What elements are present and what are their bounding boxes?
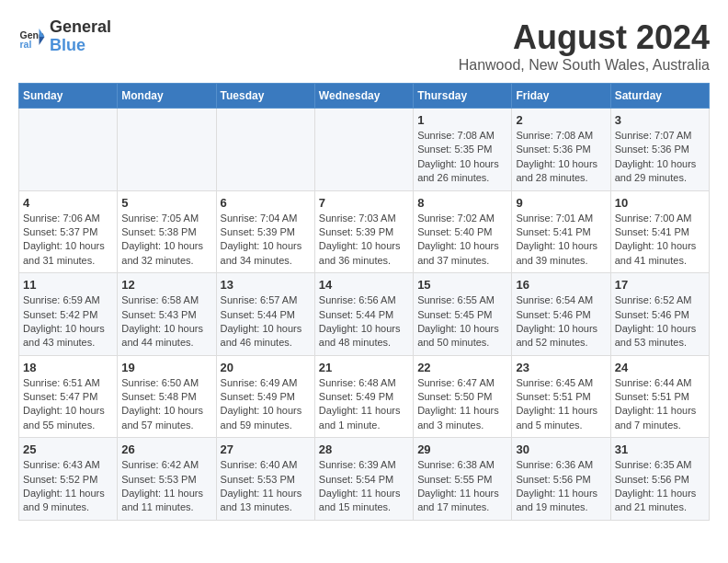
calendar-cell: 18Sunrise: 6:51 AM Sunset: 5:47 PM Dayli… xyxy=(19,355,118,438)
day-info: Sunrise: 6:55 AM Sunset: 5:45 PM Dayligh… xyxy=(417,293,507,350)
day-number: 28 xyxy=(319,442,409,456)
calendar-cell: 2Sunrise: 7:08 AM Sunset: 5:36 PM Daylig… xyxy=(512,109,610,191)
day-number: 30 xyxy=(516,442,606,456)
day-info: Sunrise: 6:38 AM Sunset: 5:55 PM Dayligh… xyxy=(417,458,507,515)
day-number: 17 xyxy=(615,278,705,292)
day-info: Sunrise: 6:40 AM Sunset: 5:53 PM Dayligh… xyxy=(221,458,311,515)
day-info: Sunrise: 7:00 AM Sunset: 5:41 PM Dayligh… xyxy=(615,212,705,269)
logo: Gene ral General Blue xyxy=(18,18,111,55)
calendar-cell: 26Sunrise: 6:42 AM Sunset: 5:53 PM Dayli… xyxy=(118,438,216,521)
calendar-cell: 14Sunrise: 6:56 AM Sunset: 5:44 PM Dayli… xyxy=(314,273,413,356)
day-number: 8 xyxy=(417,196,507,210)
logo-text-line2: Blue xyxy=(50,37,111,55)
calendar-cell: 21Sunrise: 6:48 AM Sunset: 5:49 PM Dayli… xyxy=(314,355,413,438)
svg-text:ral: ral xyxy=(20,39,32,50)
calendar-cell: 1Sunrise: 7:08 AM Sunset: 5:35 PM Daylig… xyxy=(414,109,512,191)
day-info: Sunrise: 6:43 AM Sunset: 5:52 PM Dayligh… xyxy=(23,458,113,515)
calendar-cell: 8Sunrise: 7:02 AM Sunset: 5:40 PM Daylig… xyxy=(414,190,512,273)
day-info: Sunrise: 6:56 AM Sunset: 5:44 PM Dayligh… xyxy=(319,293,409,350)
day-info: Sunrise: 6:54 AM Sunset: 5:46 PM Dayligh… xyxy=(516,293,606,350)
day-number: 9 xyxy=(516,196,606,210)
calendar-cell: 3Sunrise: 7:07 AM Sunset: 5:36 PM Daylig… xyxy=(610,109,709,191)
day-number: 20 xyxy=(221,361,311,374)
calendar-cell xyxy=(118,109,216,191)
day-info: Sunrise: 6:48 AM Sunset: 5:49 PM Dayligh… xyxy=(319,376,409,433)
calendar-cell xyxy=(19,109,118,191)
day-info: Sunrise: 7:06 AM Sunset: 5:37 PM Dayligh… xyxy=(23,212,113,269)
calendar-cell: 13Sunrise: 6:57 AM Sunset: 5:44 PM Dayli… xyxy=(216,273,314,356)
col-header-saturday: Saturday xyxy=(610,84,709,109)
calendar-cell: 5Sunrise: 7:05 AM Sunset: 5:38 PM Daylig… xyxy=(118,190,216,273)
col-header-thursday: Thursday xyxy=(414,84,512,109)
day-info: Sunrise: 6:58 AM Sunset: 5:43 PM Dayligh… xyxy=(121,293,211,350)
col-header-tuesday: Tuesday xyxy=(216,84,314,109)
day-number: 26 xyxy=(121,442,211,456)
day-number: 3 xyxy=(615,113,705,127)
week-row-5: 25Sunrise: 6:43 AM Sunset: 5:52 PM Dayli… xyxy=(19,438,710,521)
header-row: SundayMondayTuesdayWednesdayThursdayFrid… xyxy=(19,84,710,109)
day-info: Sunrise: 6:47 AM Sunset: 5:50 PM Dayligh… xyxy=(417,376,507,433)
logo-icon: Gene ral xyxy=(18,23,46,51)
calendar-cell: 24Sunrise: 6:44 AM Sunset: 5:51 PM Dayli… xyxy=(610,355,709,438)
calendar-cell: 30Sunrise: 6:36 AM Sunset: 5:56 PM Dayli… xyxy=(512,438,610,521)
calendar-cell: 9Sunrise: 7:01 AM Sunset: 5:41 PM Daylig… xyxy=(512,190,610,273)
calendar-cell: 29Sunrise: 6:38 AM Sunset: 5:55 PM Dayli… xyxy=(414,438,512,521)
day-info: Sunrise: 6:45 AM Sunset: 5:51 PM Dayligh… xyxy=(516,376,606,433)
day-number: 12 xyxy=(121,278,211,292)
day-info: Sunrise: 7:03 AM Sunset: 5:39 PM Dayligh… xyxy=(319,212,409,269)
day-info: Sunrise: 6:52 AM Sunset: 5:46 PM Dayligh… xyxy=(615,293,705,350)
day-info: Sunrise: 7:08 AM Sunset: 5:36 PM Dayligh… xyxy=(516,129,606,186)
day-number: 10 xyxy=(615,196,705,210)
day-info: Sunrise: 7:08 AM Sunset: 5:35 PM Dayligh… xyxy=(417,129,507,186)
header: Gene ral General Blue August 2024 Hanwoo… xyxy=(18,18,710,74)
day-info: Sunrise: 6:59 AM Sunset: 5:42 PM Dayligh… xyxy=(23,293,113,350)
calendar-cell: 27Sunrise: 6:40 AM Sunset: 5:53 PM Dayli… xyxy=(216,438,314,521)
day-number: 27 xyxy=(221,442,311,456)
col-header-monday: Monday xyxy=(118,84,216,109)
day-number: 5 xyxy=(121,196,211,210)
calendar-cell: 6Sunrise: 7:04 AM Sunset: 5:39 PM Daylig… xyxy=(216,190,314,273)
calendar-table: SundayMondayTuesdayWednesdayThursdayFrid… xyxy=(18,83,710,521)
week-row-4: 18Sunrise: 6:51 AM Sunset: 5:47 PM Dayli… xyxy=(19,355,710,438)
day-number: 11 xyxy=(23,278,113,292)
col-header-wednesday: Wednesday xyxy=(314,84,413,109)
day-info: Sunrise: 6:51 AM Sunset: 5:47 PM Dayligh… xyxy=(23,376,113,433)
day-number: 15 xyxy=(417,278,507,292)
day-number: 16 xyxy=(516,278,606,292)
day-number: 13 xyxy=(221,278,311,292)
week-row-2: 4Sunrise: 7:06 AM Sunset: 5:37 PM Daylig… xyxy=(19,190,710,273)
day-info: Sunrise: 6:50 AM Sunset: 5:48 PM Dayligh… xyxy=(121,376,211,433)
calendar-cell: 22Sunrise: 6:47 AM Sunset: 5:50 PM Dayli… xyxy=(414,355,512,438)
day-info: Sunrise: 6:57 AM Sunset: 5:44 PM Dayligh… xyxy=(221,293,311,350)
main-title: August 2024 xyxy=(459,18,710,57)
calendar-cell: 28Sunrise: 6:39 AM Sunset: 5:54 PM Dayli… xyxy=(314,438,413,521)
day-number: 19 xyxy=(121,361,211,374)
calendar-cell: 23Sunrise: 6:45 AM Sunset: 5:51 PM Dayli… xyxy=(512,355,610,438)
day-number: 6 xyxy=(221,196,311,210)
day-number: 23 xyxy=(516,361,606,374)
title-area: August 2024 Hanwood, New South Wales, Au… xyxy=(459,18,710,74)
subtitle: Hanwood, New South Wales, Australia xyxy=(459,57,710,74)
day-info: Sunrise: 6:35 AM Sunset: 5:56 PM Dayligh… xyxy=(615,458,705,515)
calendar-cell: 11Sunrise: 6:59 AM Sunset: 5:42 PM Dayli… xyxy=(19,273,118,356)
day-info: Sunrise: 6:36 AM Sunset: 5:56 PM Dayligh… xyxy=(516,458,606,515)
day-info: Sunrise: 6:39 AM Sunset: 5:54 PM Dayligh… xyxy=(319,458,409,515)
day-info: Sunrise: 7:04 AM Sunset: 5:39 PM Dayligh… xyxy=(221,212,311,269)
day-info: Sunrise: 6:49 AM Sunset: 5:49 PM Dayligh… xyxy=(221,376,311,433)
calendar-cell: 7Sunrise: 7:03 AM Sunset: 5:39 PM Daylig… xyxy=(314,190,413,273)
day-number: 7 xyxy=(319,196,409,210)
svg-marker-3 xyxy=(40,37,45,45)
col-header-friday: Friday xyxy=(512,84,610,109)
col-header-sunday: Sunday xyxy=(19,84,118,109)
day-info: Sunrise: 7:01 AM Sunset: 5:41 PM Dayligh… xyxy=(516,212,606,269)
day-number: 2 xyxy=(516,113,606,127)
day-number: 29 xyxy=(417,442,507,456)
day-info: Sunrise: 7:07 AM Sunset: 5:36 PM Dayligh… xyxy=(615,129,705,186)
calendar-cell: 12Sunrise: 6:58 AM Sunset: 5:43 PM Dayli… xyxy=(118,273,216,356)
calendar-cell xyxy=(314,109,413,191)
week-row-1: 1Sunrise: 7:08 AM Sunset: 5:35 PM Daylig… xyxy=(19,109,710,191)
calendar-cell: 20Sunrise: 6:49 AM Sunset: 5:49 PM Dayli… xyxy=(216,355,314,438)
day-number: 22 xyxy=(417,361,507,374)
day-info: Sunrise: 7:02 AM Sunset: 5:40 PM Dayligh… xyxy=(417,212,507,269)
calendar-cell: 15Sunrise: 6:55 AM Sunset: 5:45 PM Dayli… xyxy=(414,273,512,356)
